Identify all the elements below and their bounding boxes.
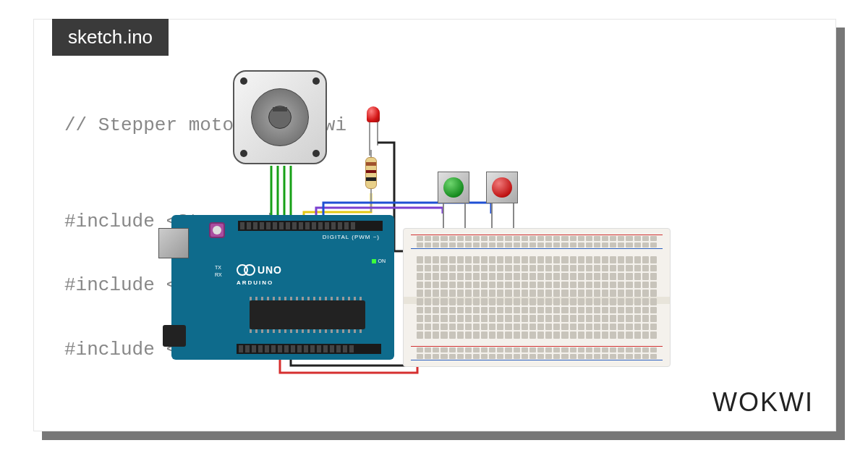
resistor[interactable]: [365, 157, 377, 189]
stepper-motor-body: [233, 70, 327, 164]
reset-button[interactable]: [209, 222, 225, 238]
stepper-motor[interactable]: [233, 70, 327, 164]
breadboard[interactable]: [403, 228, 671, 367]
atmega-chip-icon: [250, 300, 365, 329]
tx-rx-labels: TX RX: [215, 264, 222, 279]
file-tab[interactable]: sketch.ino: [52, 19, 169, 56]
led-bulb: [367, 106, 380, 122]
arduino-logo: UNO ARDUINO: [237, 264, 282, 286]
digital-label: DIGITAL (PWM ~): [323, 234, 380, 240]
push-button-red[interactable]: [486, 172, 518, 203]
breadboard-holes: [417, 298, 657, 339]
push-button-green[interactable]: [438, 172, 469, 203]
editor-card: sketch.ino // Stepper motor on Wokwi #in…: [33, 19, 836, 431]
breadboard-holes: [417, 256, 657, 297]
file-tab-label: sketch.ino: [68, 26, 153, 48]
arduino-uno[interactable]: TX RX ON UNO ARDUINO DIGITAL (PWM ~): [171, 215, 394, 360]
usb-port-icon: [158, 228, 189, 258]
power-analog-pin-header[interactable]: [237, 344, 381, 354]
breadboard-holes: [417, 236, 657, 248]
digital-pin-header[interactable]: [238, 221, 383, 231]
circuit-diagram[interactable]: TX RX ON UNO ARDUINO DIGITAL (PWM ~): [179, 70, 685, 389]
power-jack-icon: [163, 325, 186, 347]
breadboard-holes: [417, 347, 657, 359]
red-led[interactable]: [367, 106, 380, 122]
power-on-led: ON: [372, 258, 386, 263]
wokwi-brand: WOKWI: [712, 387, 814, 418]
